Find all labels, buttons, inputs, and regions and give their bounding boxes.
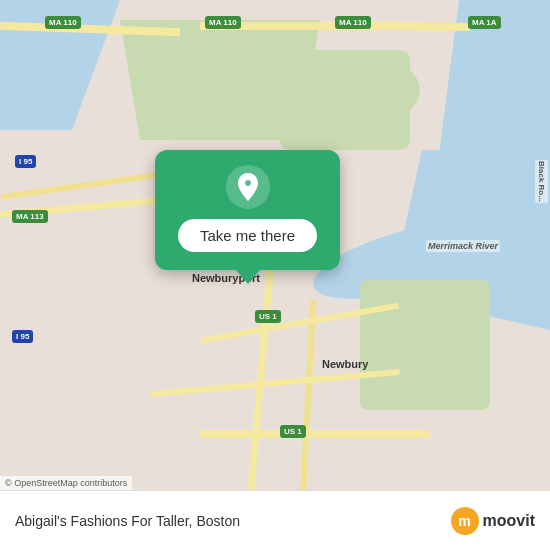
place-name: Abigail's Fashions For Taller, Boston bbox=[15, 513, 240, 529]
shield-ma110-3: MA 110 bbox=[335, 16, 371, 29]
road-h4 bbox=[200, 430, 430, 438]
shield-ma113: MA 113 bbox=[12, 210, 48, 223]
green-area-3 bbox=[360, 280, 490, 410]
moovit-logo: m moovit bbox=[451, 507, 535, 535]
popup-card: Take me there bbox=[155, 150, 340, 270]
moovit-logo-icon: m bbox=[451, 507, 479, 535]
map-container: I 95 MA 110 MA 110 MA 110 MA 1A MA 113 I… bbox=[0, 0, 550, 490]
shield-ma1a: MA 1A bbox=[468, 16, 501, 29]
shield-i95-2: I 95 bbox=[12, 330, 33, 343]
location-pin-icon bbox=[226, 165, 270, 209]
river-label: Merrimack River bbox=[426, 240, 500, 252]
moovit-logo-text: moovit bbox=[483, 512, 535, 530]
shield-us1-1: US 1 bbox=[255, 310, 281, 323]
road-label-blackrock: Black Ro... bbox=[535, 160, 548, 203]
shield-ma110-1: MA 110 bbox=[45, 16, 81, 29]
map-attribution: © OpenStreetMap contributors bbox=[0, 476, 132, 490]
shield-us1-2: US 1 bbox=[280, 425, 306, 438]
shield-i95-1: I 95 bbox=[15, 155, 36, 168]
city-label-newbury: Newbury bbox=[322, 358, 368, 370]
shield-ma110-2: MA 110 bbox=[205, 16, 241, 29]
green-area-4 bbox=[340, 60, 420, 120]
take-me-there-button[interactable]: Take me there bbox=[178, 219, 317, 252]
bottom-bar: Abigail's Fashions For Taller, Boston m … bbox=[0, 490, 550, 550]
